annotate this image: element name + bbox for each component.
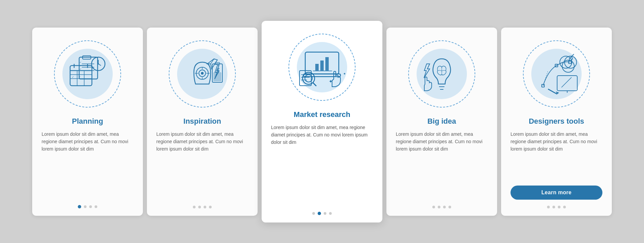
big-idea-title: Big idea [427,117,456,126]
planning-title: Planning [72,117,103,126]
card-market-research: ✦ ✦ Market research Lorem ipsum dolor si… [262,21,382,222]
dot-3 [89,205,92,208]
dot-2 [198,206,201,208]
planning-icon-area: ✓ ✓ ✓ ✓ ✓ [51,37,124,111]
market-research-icon-area: ✦ ✦ [285,30,359,104]
inspiration-icon [175,47,229,101]
svg-marker-55 [424,64,430,78]
card-big-idea: Big idea Lorem ipsum dolor sit dim amet,… [386,28,497,216]
big-idea-text: Lorem ipsum dolor sit dim amet, mea regi… [396,130,488,200]
svg-line-59 [543,71,548,86]
designers-tools-icon-area [520,37,593,111]
svg-rect-40 [320,60,324,71]
svg-rect-10 [79,57,98,79]
designers-tools-dots [547,206,566,208]
svg-rect-63 [557,76,577,91]
card-inspiration: Inspiration Lorem ipsum dolor sit dim am… [147,28,258,216]
dot-3 [443,206,446,208]
svg-point-24 [201,72,204,75]
dot-4 [209,206,212,208]
dot-4 [95,205,97,208]
dot-2 [318,212,321,215]
dot-2 [552,206,555,208]
svg-text:✓: ✓ [79,68,82,70]
svg-text:✓: ✓ [79,61,82,64]
dot-2 [438,206,440,208]
svg-text:✓: ✓ [79,65,82,67]
svg-line-70 [548,89,557,94]
planning-icon: ✓ ✓ ✓ ✓ ✓ [61,47,114,101]
svg-text:✦: ✦ [329,79,333,84]
inspiration-dots [193,206,212,208]
big-idea-icon [415,47,469,101]
dot-2 [84,205,87,208]
svg-line-45 [313,83,316,86]
dot-4 [329,212,332,215]
learn-more-button[interactable]: Learn more [511,186,602,200]
dot-3 [558,206,560,208]
card-planning: ✓ ✓ ✓ ✓ ✓ Planning Lorem ipsum dolor sit… [32,28,143,216]
svg-rect-39 [315,64,319,71]
inspiration-icon-area [165,37,239,111]
planning-dots [78,205,97,208]
dot-1 [312,212,315,215]
market-research-dots [312,212,332,215]
market-research-title: Market research [294,110,351,119]
big-idea-dots [432,206,451,208]
dot-1 [193,206,196,208]
dot-3 [324,212,326,215]
big-idea-icon-area [405,37,479,111]
designers-tools-title: Designers tools [529,117,584,126]
market-research-text: Lorem ipsum dolor sit dim amet, mea regi… [271,124,373,206]
dot-4 [563,206,566,208]
dot-1 [78,205,81,208]
inspiration-text: Lorem ipsum dolor sit dim amet, mea regi… [156,130,248,200]
svg-rect-41 [325,57,329,71]
svg-line-66 [561,77,572,87]
inspiration-title: Inspiration [183,117,221,126]
designers-tools-text: Lorem ipsum dolor sit dim amet, mea regi… [511,130,602,180]
card-designers-tools: Designers tools Lorem ipsum dolor sit di… [501,28,612,216]
svg-text:✦: ✦ [343,72,346,76]
designers-tools-icon [530,47,583,101]
svg-point-21 [98,63,99,65]
cards-container: ✓ ✓ ✓ ✓ ✓ Planning Lorem ipsum dolor sit… [19,11,625,233]
dot-1 [432,206,435,208]
svg-text:✓: ✓ [72,76,74,79]
planning-text: Lorem ipsum dolor sit dim amet, mea regi… [42,130,133,199]
dot-3 [204,206,206,208]
market-research-icon: ✦ ✦ [293,39,351,96]
dot-1 [547,206,550,208]
dot-4 [448,206,451,208]
